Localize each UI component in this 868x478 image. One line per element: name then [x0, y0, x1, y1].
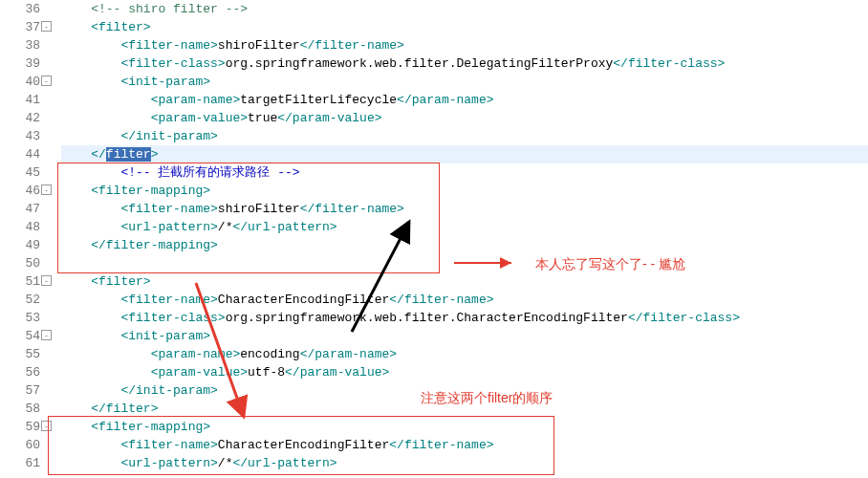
annotation-note-2: 注意这两个filter的顺序 [421, 390, 553, 407]
line-number: 53 [0, 309, 40, 327]
code-line[interactable]: <init-param> [61, 73, 868, 91]
line-number: 45 [0, 163, 40, 182]
code-line[interactable]: <!-- 拦截所有的请求路径 --> [61, 163, 868, 182]
code-line[interactable]: <url-pattern>/*</url-pattern> [61, 454, 868, 472]
fold-toggle-icon[interactable]: - [41, 21, 52, 32]
line-number-gutter: 3637-383940-414243444546-4748495051-5253… [0, 0, 48, 472]
line-number: 44 [0, 145, 40, 163]
line-number: 61 [0, 454, 40, 472]
fold-toggle-icon[interactable]: - [41, 76, 52, 86]
line-number: 36 [0, 0, 40, 18]
fold-toggle-icon[interactable]: - [41, 330, 52, 340]
code-line[interactable]: <param-name>targetFilterLifecycle</param… [61, 91, 868, 109]
line-number: 49 [0, 236, 40, 254]
code-line[interactable]: <filter> [61, 18, 868, 36]
code-line[interactable] [61, 254, 868, 272]
code-line[interactable]: <filter-name>CharacterEncodingFilter</fi… [61, 436, 868, 454]
line-number: 40- [0, 73, 40, 91]
code-line[interactable]: <filter-mapping> [61, 418, 868, 436]
code-line[interactable]: <filter> [61, 272, 868, 291]
line-number: 56 [0, 363, 40, 381]
fold-toggle-icon[interactable]: - [41, 421, 52, 431]
line-number: 52 [0, 291, 40, 309]
code-line[interactable]: <param-value>true</param-value> [61, 109, 868, 127]
code-line[interactable]: <param-name>encoding</param-name> [61, 345, 868, 363]
line-number: 48 [0, 218, 40, 236]
line-number: 50 [0, 254, 40, 272]
line-number: 43 [0, 127, 40, 145]
fold-toggle-icon[interactable]: - [41, 185, 52, 195]
code-line[interactable]: <filter-class>org.springframework.web.fi… [61, 54, 868, 73]
fold-toggle-icon[interactable]: - [41, 275, 52, 286]
line-number: 51- [0, 272, 40, 291]
code-line[interactable]: <filter-name>shiroFilter</filter-name> [61, 36, 868, 54]
line-number: 39 [0, 54, 40, 73]
code-line[interactable]: <filter-mapping> [61, 182, 868, 200]
line-number: 46- [0, 182, 40, 200]
line-number: 47 [0, 200, 40, 218]
line-number: 55 [0, 345, 40, 363]
line-number: 60 [0, 436, 40, 454]
code-line[interactable]: <!-- shiro filter --> [61, 0, 868, 18]
line-number: 38 [0, 36, 40, 54]
code-line[interactable]: <init-param> [61, 327, 868, 345]
line-number: 37- [0, 18, 40, 36]
code-line[interactable]: <url-pattern>/*</url-pattern> [61, 218, 868, 236]
code-line[interactable]: </filter-mapping> [61, 236, 868, 254]
code-line[interactable]: </init-param> [61, 127, 868, 145]
code-line[interactable]: </filter> [61, 145, 868, 163]
code-line[interactable]: <filter-name>shiroFilter</filter-name> [61, 200, 868, 218]
line-number: 57 [0, 381, 40, 400]
line-number: 42 [0, 109, 40, 127]
line-number: 58 [0, 400, 40, 418]
code-line[interactable]: <filter-name>CharacterEncodingFilter</fi… [61, 291, 868, 309]
code-line[interactable]: <param-value>utf-8</param-value> [61, 363, 868, 381]
line-number: 41 [0, 91, 40, 109]
line-number: 54- [0, 327, 40, 345]
annotation-note-1: 本人忘了写这个了- - 尴尬 [535, 256, 685, 273]
code-line[interactable]: <filter-class>org.springframework.web.fi… [61, 309, 868, 327]
line-number: 59- [0, 418, 40, 436]
